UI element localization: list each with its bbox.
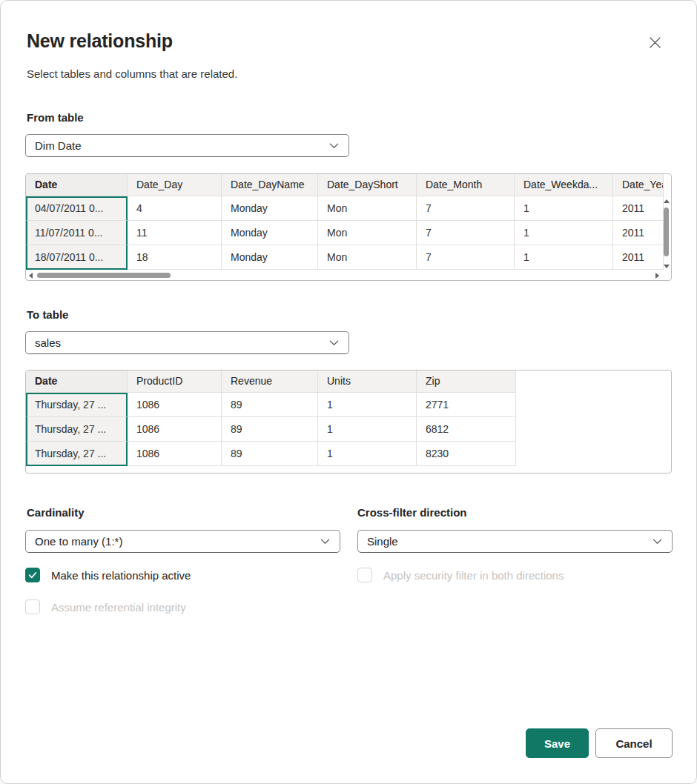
table-cell[interactable]: 1086 <box>128 442 222 466</box>
checkbox-unchecked <box>357 568 372 582</box>
table-cell[interactable]: 8230 <box>417 442 516 466</box>
table-cell[interactable]: 2771 <box>417 393 516 417</box>
table-cell[interactable]: Mon <box>318 245 417 270</box>
table-row: Thursday, 27 ...10868916812 <box>26 417 671 442</box>
save-button[interactable]: Save <box>526 728 589 758</box>
horizontal-scrollbar[interactable] <box>27 271 661 279</box>
table-cell[interactable]: 1 <box>515 196 613 221</box>
from-table-dropdown-value: Dim Date <box>35 139 328 152</box>
table-cell[interactable]: Monday <box>222 196 318 221</box>
table-cell[interactable]: Mon <box>318 221 417 245</box>
table-cell[interactable]: 2011 <box>613 221 664 245</box>
scroll-left-icon[interactable] <box>29 273 33 279</box>
to-table-label: To table <box>27 308 68 321</box>
table-cell[interactable]: 04/07/2011 0... <box>26 196 128 221</box>
cross-filter-dropdown-value: Single <box>367 535 652 548</box>
checkbox-label: Apply security filter in both directions <box>383 569 564 582</box>
table-cell[interactable]: 1 <box>318 417 417 442</box>
vertical-scrollbar[interactable] <box>662 197 670 270</box>
chevron-down-icon <box>328 140 340 151</box>
from-table-preview: DateDate_DayDate_DayNameDate_DayShortDat… <box>25 173 672 281</box>
scroll-down-icon[interactable] <box>664 265 670 268</box>
table-row: 18/07/2011 0...18MondayMon712011 <box>26 245 671 270</box>
table-cell[interactable]: 1 <box>515 245 613 270</box>
table-cell[interactable]: Monday <box>222 221 318 245</box>
table-cell[interactable]: 7 <box>417 221 515 245</box>
table-cell[interactable]: 18 <box>128 245 222 270</box>
cross-filter-dropdown[interactable]: Single <box>357 530 673 553</box>
cross-filter-label: Cross-filter direction <box>357 506 467 519</box>
table-cell[interactable]: 89 <box>222 393 318 417</box>
checkbox-unchecked <box>25 599 40 614</box>
table-header-cell[interactable]: Revenue <box>222 371 318 393</box>
scroll-right-icon[interactable] <box>655 273 659 279</box>
table-cell[interactable]: 1 <box>318 442 417 466</box>
table-cell[interactable]: 2011 <box>613 245 664 270</box>
table-cell[interactable]: 4 <box>128 196 222 221</box>
table-cell[interactable]: 7 <box>417 245 515 270</box>
table-cell[interactable]: 18/07/2011 0... <box>26 245 128 270</box>
table-cell[interactable]: 1 <box>515 221 613 245</box>
table-row: Thursday, 27 ...10868912771 <box>26 393 671 417</box>
table-cell[interactable]: 1086 <box>128 417 222 442</box>
cardinality-label: Cardinality <box>27 506 85 519</box>
table-header-cell[interactable]: Date <box>26 174 128 196</box>
table-cell[interactable]: 89 <box>222 417 318 442</box>
table-row: 04/07/2011 0...4MondayMon712011 <box>26 196 671 221</box>
table-cell[interactable]: Mon <box>318 196 417 221</box>
table-cell[interactable]: 89 <box>222 442 318 466</box>
table-header-cell[interactable]: Date_Year <box>613 174 664 196</box>
to-table-dropdown-value: sales <box>35 336 328 349</box>
checkmark-icon <box>27 570 38 580</box>
table-header-cell[interactable]: Date_Weekda... <box>515 174 613 196</box>
to-table-preview: DateProductIDRevenueUnitsZipThursday, 27… <box>25 370 672 474</box>
vertical-scrollbar-thumb[interactable] <box>664 207 669 256</box>
table-cell[interactable]: 6812 <box>417 417 516 442</box>
table-header-cell[interactable]: Date <box>26 371 128 393</box>
table-cell[interactable]: 1086 <box>128 393 222 417</box>
table-header-row: DateProductIDRevenueUnitsZip <box>26 371 671 393</box>
table-cell[interactable]: Monday <box>222 245 318 270</box>
table-header-cell[interactable]: Date_Day <box>128 174 222 196</box>
table-header-row: DateDate_DayDate_DayNameDate_DayShortDat… <box>26 174 671 196</box>
table-header-cell[interactable]: Date_DayShort <box>318 174 417 196</box>
table-cell[interactable]: Thursday, 27 ... <box>26 417 128 442</box>
checkbox-checked <box>25 568 40 582</box>
scroll-up-icon[interactable] <box>664 199 670 203</box>
apply-security-filter-checkbox: Apply security filter in both directions <box>357 568 564 582</box>
table-cell[interactable]: 2011 <box>613 196 664 221</box>
table-row: Thursday, 27 ...10868918230 <box>26 442 671 466</box>
table-cell[interactable]: 11 <box>128 221 222 245</box>
checkbox-label: Assume referential integrity <box>51 601 186 614</box>
new-relationship-dialog: New relationship Select tables and colum… <box>0 0 697 784</box>
assume-referential-integrity-checkbox: Assume referential integrity <box>25 599 186 614</box>
dialog-subtitle: Select tables and columns that are relat… <box>27 67 237 80</box>
table-cell[interactable]: 11/07/2011 0... <box>26 221 128 245</box>
chevron-down-icon <box>320 536 331 547</box>
horizontal-scrollbar-thumb[interactable] <box>37 273 171 278</box>
table-header-cell[interactable]: Date_Month <box>417 174 515 196</box>
close-icon <box>649 36 661 49</box>
from-table-label: From table <box>27 111 84 124</box>
cardinality-dropdown[interactable]: One to many (1:*) <box>25 530 340 553</box>
page-title: New relationship <box>27 30 173 52</box>
table-cell[interactable]: 1 <box>318 393 417 417</box>
table-cell[interactable]: Thursday, 27 ... <box>26 442 128 466</box>
from-table-dropdown[interactable]: Dim Date <box>25 134 349 157</box>
table-row: 11/07/2011 0...11MondayMon712011 <box>26 221 671 245</box>
table-header-cell[interactable]: Zip <box>417 371 516 393</box>
chevron-down-icon <box>652 536 663 547</box>
table-cell[interactable]: 7 <box>417 196 515 221</box>
chevron-down-icon <box>328 337 340 348</box>
table-cell[interactable]: Thursday, 27 ... <box>26 393 128 417</box>
make-relationship-active-checkbox[interactable]: Make this relationship active <box>25 568 191 582</box>
table-header-cell[interactable]: Date_DayName <box>222 174 318 196</box>
close-button[interactable] <box>643 30 667 54</box>
cardinality-dropdown-value: One to many (1:*) <box>35 535 320 548</box>
table-header-cell[interactable]: Units <box>318 371 417 393</box>
checkbox-label: Make this relationship active <box>51 569 191 582</box>
table-header-cell[interactable]: ProductID <box>128 371 222 393</box>
to-table-dropdown[interactable]: sales <box>25 331 349 354</box>
cancel-button[interactable]: Cancel <box>595 728 673 758</box>
